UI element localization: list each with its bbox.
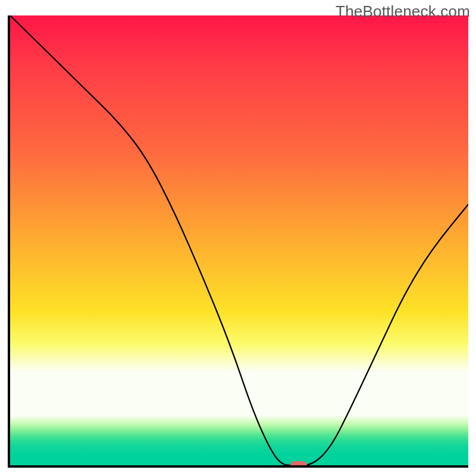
- chart-frame: TheBottleneck.com: [0, 0, 476, 476]
- plot-area: [8, 15, 468, 468]
- watermark-text: TheBottleneck.com: [336, 2, 470, 21]
- bottleneck-curve-path: [10, 15, 468, 465]
- optimal-marker: [290, 461, 307, 468]
- bottleneck-curve-svg: [10, 15, 468, 465]
